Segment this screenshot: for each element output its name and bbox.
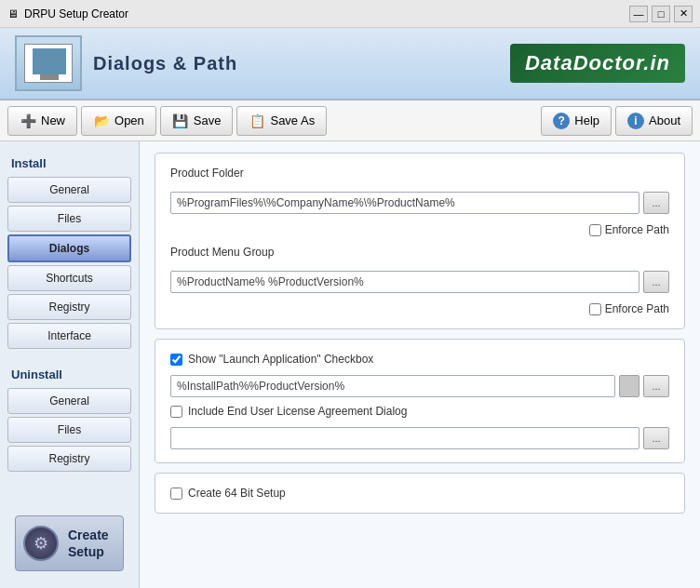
product-menu-browse-button[interactable]: ... xyxy=(643,271,669,293)
app-header: Dialogs & Path DataDoctor.in xyxy=(0,28,700,100)
product-menu-row: ... xyxy=(170,271,669,293)
open-icon: 📂 xyxy=(93,113,110,129)
product-menu-input[interactable] xyxy=(170,271,639,293)
product-folder-input[interactable] xyxy=(170,192,639,214)
sidebar-item-shortcuts[interactable]: Shortcuts xyxy=(7,265,131,291)
launch-browse-button[interactable]: ... xyxy=(643,375,669,397)
help-icon: ? xyxy=(553,113,570,129)
close-button[interactable]: ✕ xyxy=(674,6,693,22)
product-folder-label: Product Folder xyxy=(170,167,669,180)
product-folder-browse-button[interactable]: ... xyxy=(643,192,669,214)
sidebar-item-general-uninstall[interactable]: General xyxy=(7,388,131,414)
help-button[interactable]: ? Help xyxy=(541,106,612,136)
product-folder-panel: Product Folder ... Enforce Path Product … xyxy=(155,153,685,329)
launch-path-input[interactable] xyxy=(170,375,615,397)
content-area: Product Folder ... Enforce Path Product … xyxy=(140,141,700,588)
sidebar-item-files-uninstall[interactable]: Files xyxy=(7,417,131,443)
include-eula-row: Include End User License Agreement Dialo… xyxy=(170,405,669,418)
enforce-path-2-label: Enforce Path xyxy=(605,302,669,315)
sidebar-item-files-install[interactable]: Files xyxy=(7,206,131,232)
open-button[interactable]: 📂 Open xyxy=(81,106,156,136)
show-launch-row: Show "Launch Application" Checkbox xyxy=(170,353,669,366)
enforce-path-1-row: Enforce Path xyxy=(170,223,669,236)
enforce-path-2-checkbox[interactable] xyxy=(589,303,601,315)
minimize-button[interactable]: — xyxy=(629,6,648,22)
include-eula-checkbox[interactable] xyxy=(170,406,182,418)
show-launch-label: Show "Launch Application" Checkbox xyxy=(188,353,373,366)
sidebar-item-registry-uninstall[interactable]: Registry xyxy=(7,446,131,472)
show-launch-checkbox[interactable] xyxy=(170,354,182,366)
create-64bit-row: Create 64 Bit Setup xyxy=(170,487,669,500)
header-title: Dialogs & Path xyxy=(93,53,237,74)
app-icon: 🖥 xyxy=(7,7,19,20)
eula-browse-button[interactable]: ... xyxy=(643,427,669,449)
app-logo xyxy=(15,35,82,91)
enforce-path-2-row: Enforce Path xyxy=(170,302,669,315)
include-eula-label: Include End User License Agreement Dialo… xyxy=(188,405,407,418)
product-folder-row: ... xyxy=(170,192,669,214)
sidebar-item-registry-install[interactable]: Registry xyxy=(7,294,131,320)
product-menu-label: Product Menu Group xyxy=(170,246,669,259)
install-section-title: Install xyxy=(7,151,131,174)
eula-path-row: ... xyxy=(170,427,669,449)
main-layout: Install General Files Dialogs Shortcuts … xyxy=(0,141,700,588)
launch-app-panel: Show "Launch Application" Checkbox ... I… xyxy=(155,339,685,463)
datadoctor-brand: DataDoctor.in xyxy=(510,44,685,83)
eula-path-input[interactable] xyxy=(170,427,639,449)
sidebar-item-general-install[interactable]: General xyxy=(7,177,131,203)
sidebar-item-dialogs[interactable]: Dialogs xyxy=(7,234,131,262)
create-64bit-panel: Create 64 Bit Setup xyxy=(155,473,685,514)
new-icon: ➕ xyxy=(20,113,36,129)
title-bar-text: DRPU Setup Creator xyxy=(24,7,128,20)
color-swatch[interactable] xyxy=(619,375,639,397)
create-setup-label: Create Setup xyxy=(68,527,109,560)
enforce-path-1-checkbox[interactable] xyxy=(589,224,601,236)
create-64bit-checkbox[interactable] xyxy=(170,488,182,500)
save-button[interactable]: 💾 Save xyxy=(160,106,234,136)
sidebar-item-interface[interactable]: Interface xyxy=(7,323,131,349)
info-icon: i xyxy=(627,113,644,129)
toolbar: ➕ New 📂 Open 💾 Save 📋 Save As ? Help i A… xyxy=(0,100,700,141)
save-as-icon: 📋 xyxy=(249,113,265,129)
new-button[interactable]: ➕ New xyxy=(7,106,77,136)
save-as-button[interactable]: 📋 Save As xyxy=(236,106,327,136)
create-64bit-label: Create 64 Bit Setup xyxy=(188,487,286,500)
save-icon: 💾 xyxy=(172,113,189,129)
uninstall-section-title: Uninstall xyxy=(7,362,131,385)
enforce-path-1-label: Enforce Path xyxy=(605,223,669,236)
about-button[interactable]: i About xyxy=(615,106,693,136)
title-bar: 🖥 DRPU Setup Creator — □ ✕ xyxy=(0,0,700,28)
maximize-button[interactable]: □ xyxy=(652,6,670,22)
sidebar: Install General Files Dialogs Shortcuts … xyxy=(0,141,140,588)
create-setup-button[interactable]: ⚙ Create Setup xyxy=(15,515,124,571)
launch-path-row: ... xyxy=(170,375,669,397)
create-setup-icon: ⚙ xyxy=(23,526,59,561)
